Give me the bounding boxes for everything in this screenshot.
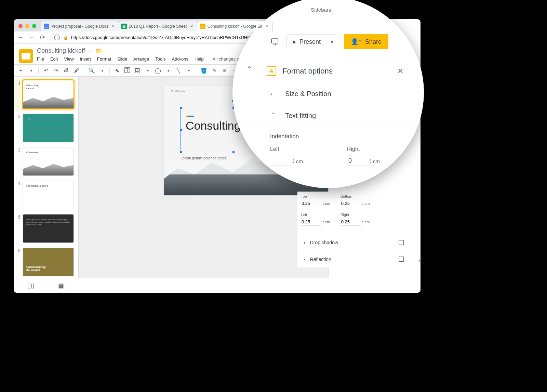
resize-handle[interactable] <box>232 151 235 153</box>
tab-docs[interactable]: ▭ Project proposal - Google Docs × <box>41 21 119 31</box>
shape-icon[interactable]: ◯ <box>154 66 162 75</box>
back-icon[interactable]: ← <box>17 34 24 41</box>
tab-slides[interactable]: ▭ Consulting kickoff - Google Sli × <box>197 21 273 31</box>
site-info-icon[interactable]: ⓘ <box>54 34 61 41</box>
stepper-icon[interactable]: ▴▾ <box>293 158 294 164</box>
menu-view[interactable]: View <box>64 56 74 62</box>
comment-icon[interactable]: 🗨 <box>270 36 280 48</box>
thumbnail-5[interactable]: 5 Lorem ipsum dolor sit amet, consectetu… <box>16 214 75 243</box>
reload-icon[interactable]: ⟳ <box>39 34 46 41</box>
window-close[interactable] <box>18 24 23 28</box>
print-icon[interactable]: 🖶 <box>62 66 71 75</box>
resize-handle[interactable] <box>179 107 182 109</box>
new-slide-menu[interactable]: ▾ <box>27 66 36 75</box>
line-menu[interactable]: ▾ <box>184 66 193 75</box>
slide-subtitle[interactable]: Lorem ipsum dolor sit amet. <box>181 156 227 160</box>
resize-handle[interactable] <box>179 151 182 153</box>
tab-label: Consulting kickoff - Google Sli <box>208 24 262 29</box>
expand-panel-icon[interactable]: › <box>419 258 421 264</box>
zoom-menu[interactable]: ▾ <box>98 66 107 75</box>
padding-bottom-input[interactable] <box>341 200 361 207</box>
close-icon[interactable]: ✕ <box>397 67 403 76</box>
folder-icon[interactable]: 📁 <box>95 48 102 54</box>
redo-icon[interactable]: ↷ <box>52 66 61 75</box>
bottom-bar: ▯▯ ▦ <box>14 278 421 293</box>
indent-right-input[interactable] <box>347 156 368 166</box>
size-position-section[interactable]: › Size & Position <box>232 83 424 105</box>
menu-arrange[interactable]: Arrange <box>133 56 149 62</box>
stepper-icon[interactable]: ▴▾ <box>362 201 363 206</box>
collapse-icon[interactable]: ⌃ <box>246 65 252 74</box>
select-icon[interactable]: ⬉ <box>112 66 121 75</box>
close-icon[interactable]: × <box>189 24 194 29</box>
menu-help[interactable]: Help <box>195 56 204 62</box>
thumb-title: TOC <box>26 117 31 120</box>
section-label: Reflection <box>310 257 331 262</box>
tab-sheets[interactable]: ▦ 2018 Q1 Report - Google Sheet × <box>119 21 198 31</box>
thumbnail-1[interactable]: 1 Consulting kickoff <box>14 78 76 111</box>
thumbnail-6[interactable]: 6 Understanding the market <box>16 248 75 276</box>
format-options-icon: A <box>267 66 276 76</box>
indent-left-label: Left <box>270 146 326 152</box>
text-fitting-section[interactable]: › Text fitting <box>232 105 424 127</box>
unit-label: cm <box>365 201 370 206</box>
thumbnail-3[interactable]: 3 Overview <box>16 147 75 176</box>
film-strip[interactable]: 1 Consulting kickoff 2 TOC 3 Overview 4 … <box>14 77 79 293</box>
present-dropdown[interactable]: ▾ <box>327 39 337 45</box>
stepper-icon[interactable]: ▴▾ <box>370 158 371 164</box>
stepper-icon[interactable]: ▴▾ <box>362 220 363 224</box>
thumb-number: 2 <box>16 114 21 142</box>
menu-slide[interactable]: Slide <box>117 56 127 62</box>
filmstrip-view-icon[interactable]: ▯▯ <box>27 282 34 289</box>
window-minimize[interactable] <box>25 24 29 28</box>
border-weight-icon[interactable]: ≡ <box>220 66 229 75</box>
present-button[interactable]: ▸Present ▾ <box>286 34 337 49</box>
drop-shadow-section[interactable]: › Drop shadow <box>297 234 410 251</box>
undo-icon[interactable]: ↶ <box>41 66 50 75</box>
stepper-icon[interactable]: ▴▾ <box>323 201 324 206</box>
share-button[interactable]: 👤⁺ Share <box>344 34 388 49</box>
unit-label: cm <box>325 220 330 224</box>
slides-logo-icon[interactable] <box>19 49 33 63</box>
indent-left-input[interactable] <box>270 156 291 166</box>
image-icon[interactable]: 🖼 <box>133 66 142 75</box>
thumb-title: Consulting kickoff <box>26 84 39 90</box>
fill-color-icon[interactable]: 🪣 <box>199 66 209 75</box>
document-title[interactable]: Consulting kickoff <box>37 47 85 54</box>
zoom-icon[interactable]: 🔍 <box>87 66 96 75</box>
image-menu[interactable]: ▾ <box>143 66 152 75</box>
checkbox[interactable] <box>399 257 404 262</box>
thumbnail-2[interactable]: 2 TOC <box>16 114 75 142</box>
grid-view-icon[interactable]: ▦ <box>58 282 64 289</box>
format-panel-lower: Top ▴▾ cm Bottom ▴▾ cm Left ▴▾ cm <box>297 192 410 267</box>
accent-bar <box>186 116 194 117</box>
menu-addons[interactable]: Add-ons <box>172 56 188 62</box>
menu-insert[interactable]: Insert <box>80 56 91 62</box>
padding-left-input[interactable] <box>301 218 321 226</box>
shape-menu[interactable]: ▾ <box>164 66 173 75</box>
menu-tools[interactable]: Tools <box>155 56 165 62</box>
padding-top-input[interactable] <box>301 200 321 207</box>
checkbox[interactable] <box>399 240 404 245</box>
sheets-icon: ▦ <box>121 24 127 29</box>
line-icon[interactable]: ╲ <box>174 66 183 75</box>
new-slide-button[interactable]: ＋ <box>16 66 25 75</box>
padding-right-input[interactable] <box>341 218 361 226</box>
textbox-icon[interactable]: 🅃 <box>123 66 132 75</box>
close-icon[interactable]: × <box>110 24 116 29</box>
reflection-section[interactable]: › Reflection <box>297 251 410 267</box>
indent-right-label: Right <box>347 146 403 152</box>
star-icon[interactable]: ☆ <box>88 48 93 54</box>
forward-icon[interactable]: → <box>28 34 35 41</box>
close-icon[interactable]: × <box>264 24 269 29</box>
menu-file[interactable]: File <box>37 56 44 62</box>
border-color-icon[interactable]: ✎ <box>210 66 219 75</box>
window-maximize[interactable] <box>32 24 36 28</box>
stepper-icon[interactable]: ▴▾ <box>323 220 324 224</box>
menu-format[interactable]: Format <box>97 56 111 62</box>
menu-edit[interactable]: Edit <box>50 56 58 62</box>
paint-format-icon[interactable]: 🖌 <box>72 66 81 75</box>
padding-bottom-label: Bottom <box>341 194 370 198</box>
thumbnail-4[interactable]: 4 Problems to solve <box>16 181 75 209</box>
resize-handle[interactable] <box>179 129 182 131</box>
